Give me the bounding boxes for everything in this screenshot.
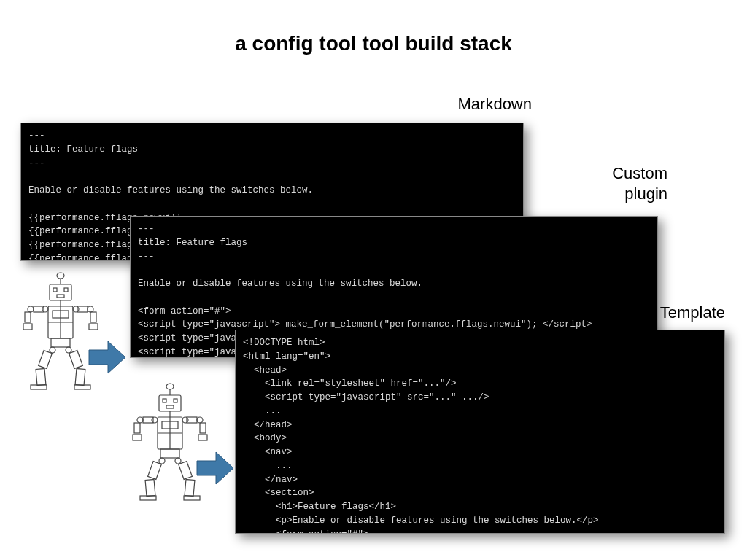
- svg-point-0: [57, 273, 64, 279]
- svg-rect-54: [145, 480, 155, 497]
- svg-point-52: [159, 458, 165, 464]
- svg-point-44: [137, 417, 143, 423]
- svg-point-19: [88, 306, 93, 312]
- svg-point-56: [175, 458, 181, 464]
- svg-rect-58: [185, 480, 195, 497]
- svg-point-17: [73, 306, 79, 312]
- svg-rect-28: [75, 369, 85, 386]
- svg-marker-61: [197, 452, 233, 484]
- svg-rect-45: [134, 423, 140, 433]
- svg-point-42: [152, 417, 158, 423]
- svg-rect-34: [174, 399, 177, 402]
- svg-marker-60: [89, 341, 125, 373]
- svg-rect-20: [90, 312, 96, 322]
- svg-point-49: [197, 417, 203, 423]
- svg-rect-3: [53, 288, 57, 292]
- svg-rect-5: [57, 295, 64, 298]
- label-template: Template: [660, 303, 725, 322]
- svg-point-47: [182, 417, 188, 423]
- svg-point-22: [50, 347, 55, 353]
- svg-point-30: [166, 384, 174, 389]
- svg-point-14: [28, 306, 34, 312]
- arrow-right-icon: [88, 340, 127, 375]
- label-markdown: Markdown: [458, 95, 532, 114]
- svg-rect-51: [198, 435, 207, 440]
- svg-rect-21: [89, 324, 98, 330]
- svg-rect-27: [69, 351, 83, 369]
- svg-rect-35: [166, 405, 174, 408]
- svg-rect-11: [51, 338, 70, 347]
- label-plugin: Custom plugin: [612, 163, 667, 203]
- slide-title: a config tool tool build stack: [0, 32, 747, 55]
- svg-rect-2: [50, 284, 71, 300]
- svg-rect-46: [133, 435, 142, 440]
- svg-rect-33: [163, 399, 166, 402]
- svg-rect-16: [23, 324, 32, 330]
- arrow-right-icon: [196, 451, 235, 486]
- svg-point-12: [42, 306, 48, 312]
- svg-rect-32: [159, 395, 181, 411]
- svg-rect-53: [148, 462, 162, 480]
- svg-rect-4: [64, 288, 68, 292]
- svg-point-26: [66, 347, 71, 353]
- svg-rect-57: [179, 462, 193, 480]
- terminal-template: <!DOCTYPE html> <html lang="en"> <head> …: [235, 330, 725, 534]
- svg-rect-41: [160, 449, 179, 458]
- svg-rect-15: [25, 312, 31, 322]
- svg-rect-24: [36, 369, 46, 386]
- svg-rect-50: [200, 423, 206, 433]
- svg-rect-23: [39, 351, 53, 369]
